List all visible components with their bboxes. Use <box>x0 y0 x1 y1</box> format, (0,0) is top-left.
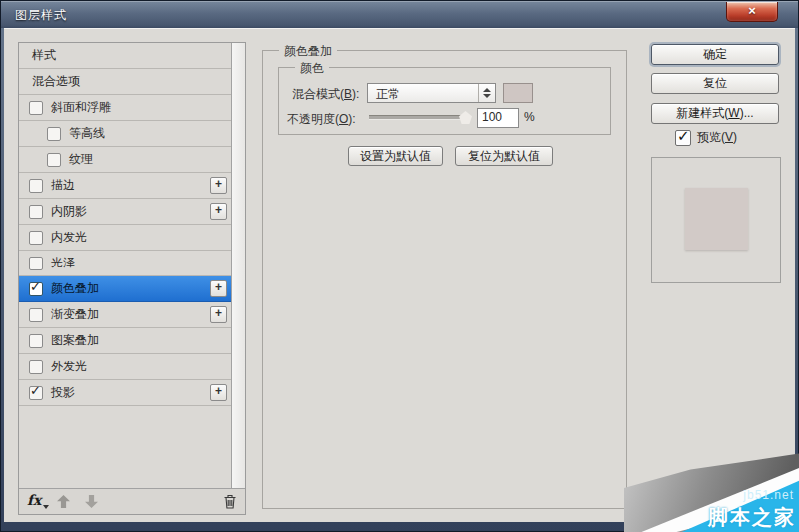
list-item-label: 渐变叠加 <box>51 306 99 323</box>
effect-checkbox[interactable] <box>29 257 43 270</box>
effect-checkbox[interactable] <box>29 360 43 374</box>
list-item[interactable]: 内发光 <box>19 225 231 251</box>
window-title: 图层样式 <box>15 7 67 24</box>
fx-menu-button[interactable]: fx <box>27 492 41 508</box>
list-item[interactable]: 混合选项 <box>19 69 231 95</box>
reset-button[interactable]: 复位 <box>651 73 779 94</box>
close-icon: × <box>748 3 756 18</box>
slider-track <box>369 115 470 120</box>
watermark: jb51.net 脚本之家 <box>624 452 799 532</box>
list-item-label: 内发光 <box>51 229 87 246</box>
chevron-up-icon <box>483 88 491 92</box>
list-item[interactable]: 渐变叠加 + <box>19 302 231 328</box>
effect-checkbox[interactable] <box>47 153 61 167</box>
list-item[interactable]: 样式 <box>19 43 231 69</box>
effect-checkbox[interactable]: ✓ <box>29 386 43 400</box>
move-effect-up-icon[interactable] <box>57 495 70 508</box>
effect-checkbox[interactable] <box>29 334 43 348</box>
opacity-unit: % <box>524 110 535 124</box>
effect-checkbox[interactable] <box>29 231 43 245</box>
list-scrollbar[interactable] <box>231 43 245 489</box>
effect-checkbox[interactable] <box>29 101 43 115</box>
color-overlay-group: 颜色叠加 颜色 混合模式(B): 正常 不透明度(O): 100 <box>262 50 627 509</box>
checkbox-checked-icon[interactable]: ✓ <box>675 130 691 146</box>
blend-mode-value: 正常 <box>376 86 400 103</box>
list-item[interactable]: 描边 + <box>19 173 231 199</box>
watermark-name-text: 脚本之家 <box>708 504 796 531</box>
overlay-color-swatch[interactable] <box>503 83 533 103</box>
plus-button[interactable]: + <box>210 306 227 323</box>
list-item-label: 颜色叠加 <box>51 280 99 297</box>
effects-toolbar: fx <box>19 488 245 514</box>
list-item-label: 内阴影 <box>51 203 87 220</box>
plus-button[interactable]: + <box>210 177 227 194</box>
list-item-label: 投影 <box>51 384 75 401</box>
preview-label: 预览(V) <box>697 129 737 146</box>
list-item-label: 图案叠加 <box>51 332 99 349</box>
list-item-label: 混合选项 <box>32 73 80 90</box>
delete-effect-icon[interactable] <box>223 494 237 512</box>
list-item-label: 斜面和浮雕 <box>51 99 111 116</box>
opacity-label: 不透明度(O): <box>287 111 356 128</box>
list-item[interactable]: 内阴影 + <box>19 199 231 225</box>
effect-checkbox[interactable] <box>29 179 43 193</box>
effect-checkbox[interactable] <box>29 308 43 322</box>
layer-style-dialog: 图层样式 × 样式 混合选项 斜面和浮雕 等高线 纹理 描边 + 内阴影 + <box>0 0 799 532</box>
plus-button[interactable]: + <box>210 280 227 297</box>
stepper-icon <box>478 84 495 102</box>
blend-mode-select[interactable]: 正常 <box>367 83 496 103</box>
ok-button[interactable]: 确定 <box>651 44 779 65</box>
list-item[interactable]: 图案叠加 <box>19 328 231 354</box>
watermark-site-text: jb51.net <box>743 488 794 502</box>
make-default-button[interactable]: 设置为默认值 <box>348 146 443 166</box>
effect-preview-swatch <box>685 188 748 250</box>
style-list: 样式 混合选项 斜面和浮雕 等高线 纹理 描边 + 内阴影 + 内发光 光泽 ✓… <box>19 43 231 489</box>
titlebar[interactable]: 图层样式 × <box>1 1 798 28</box>
list-item-label: 描边 <box>51 177 75 194</box>
group-title: 颜色叠加 <box>279 43 337 60</box>
list-item[interactable]: ✓ 颜色叠加 + <box>19 276 231 302</box>
effect-checkbox[interactable]: ✓ <box>29 282 43 296</box>
list-item[interactable]: 外发光 <box>19 354 231 380</box>
move-effect-down-icon[interactable] <box>85 495 98 508</box>
opacity-input[interactable]: 100 <box>477 108 519 128</box>
effect-checkbox[interactable] <box>47 127 61 141</box>
list-item-label: 纹理 <box>69 151 93 168</box>
preview-checkbox[interactable]: ✓ 预览(V) <box>675 129 737 146</box>
list-item-label: 外发光 <box>51 358 87 375</box>
list-item[interactable]: 光泽 <box>19 251 231 276</box>
close-button[interactable]: × <box>726 2 778 22</box>
list-item-label: 样式 <box>32 47 56 64</box>
plus-button[interactable]: + <box>210 203 227 220</box>
color-subgroup: 颜色 混合模式(B): 正常 不透明度(O): 100 % <box>278 67 611 135</box>
slider-thumb[interactable] <box>459 111 472 124</box>
fx-menu-caret-icon <box>43 505 49 509</box>
effect-checkbox[interactable] <box>29 205 43 219</box>
list-item-label: 光泽 <box>51 255 75 271</box>
list-item-label: 等高线 <box>69 125 105 142</box>
blend-mode-label: 混合模式(B): <box>292 86 359 103</box>
chevron-down-icon <box>483 94 491 98</box>
opacity-slider[interactable] <box>369 109 470 125</box>
new-style-button[interactable]: 新建样式(W)... <box>651 103 779 124</box>
list-item[interactable]: 斜面和浮雕 <box>19 95 231 121</box>
reset-to-default-button[interactable]: 复位为默认值 <box>455 146 553 166</box>
list-item[interactable]: 纹理 <box>19 147 231 173</box>
list-item[interactable]: ✓ 投影 + <box>19 380 231 406</box>
effects-panel: 样式 混合选项 斜面和浮雕 等高线 纹理 描边 + 内阴影 + 内发光 光泽 ✓… <box>18 42 246 515</box>
list-item[interactable]: 等高线 <box>19 121 231 147</box>
effect-preview-panel <box>651 157 781 283</box>
plus-button[interactable]: + <box>210 384 227 401</box>
subgroup-title: 颜色 <box>295 60 329 77</box>
